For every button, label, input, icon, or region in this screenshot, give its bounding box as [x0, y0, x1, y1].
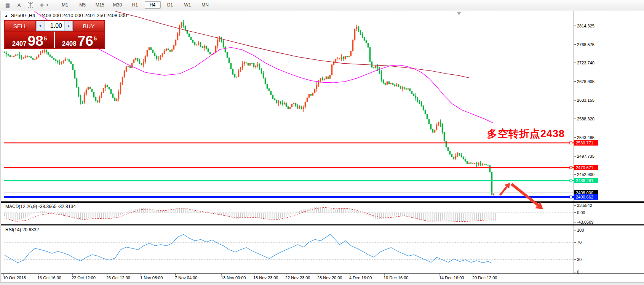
macd-scale-label: 0.00 [577, 210, 585, 215]
date-tick-label: 26 Oct 12:00 [106, 275, 130, 280]
timeframe-button-m30[interactable]: M30 [110, 1, 126, 9]
dropdown-caret-icon[interactable]: ▾ [46, 3, 48, 7]
rsi-scale-label: 100 [577, 228, 584, 232]
timeframe-button-d1[interactable]: D1 [162, 1, 178, 9]
date-tick-label: 16 Oct 16:00 [37, 275, 61, 280]
price-tick-label: 2723.740 [577, 61, 594, 65]
level-price-tag-2470.671: 2470.671 [574, 165, 598, 170]
svg-text:2470.671: 2470.671 [576, 165, 593, 170]
axis-labels: 2814.3252768.5752723.7402678.9052633.155… [3, 24, 594, 280]
buy-price[interactable]: 2408 76 5 [55, 32, 104, 48]
macd-scale-label: 33.5542 [577, 203, 592, 208]
hline-handle[interactable] [570, 179, 572, 182]
volume-decrease-button[interactable]: ▼ [37, 21, 45, 30]
rsi-scale-label: 70 [577, 240, 582, 245]
shapes-icon[interactable]: ❖ [37, 1, 47, 10]
buy-price-prefix: 2408 [62, 40, 77, 47]
date-tick-label: 20 Dec 12:00 [472, 275, 497, 280]
price-tick-label: 2814.325 [577, 24, 594, 28]
hline-2530.771[interactable] [4, 142, 574, 144]
timeframe-button-w1[interactable]: W1 [180, 1, 196, 9]
sell-button[interactable]: SELL [5, 21, 35, 31]
date-tick-label: 18 Nov 23:00 [253, 275, 278, 280]
volume-increase-button[interactable]: ▲ [64, 21, 72, 30]
rsi-scale-label: 0 [577, 270, 579, 274]
hline-2400.662[interactable] [4, 196, 574, 198]
date-tick-label: 13 Nov 00:00 [221, 275, 246, 280]
rsi-panel [4, 234, 574, 263]
date-tick-label: 10 Oct 2018 [3, 275, 26, 280]
timeframe-button-m15[interactable]: M15 [92, 1, 108, 9]
status-bar [0, 282, 644, 285]
indicator-f-icon[interactable]: ▦ [2, 1, 13, 10]
sell-price-prefix: 2407 [12, 40, 27, 47]
buy-button[interactable]: BUY [74, 21, 104, 31]
chart-canvas[interactable]: 2814.3252768.5752723.7402678.9052633.155… [1, 11, 644, 282]
macd-signal-line [4, 207, 494, 222]
ma-slow-darkred [115, 11, 469, 78]
hline-handle[interactable] [570, 196, 572, 198]
buy-price-sup: 5 [94, 35, 97, 42]
macd-label: MACD(12,26,9) -38.3665 -32.8134 [5, 204, 76, 209]
hline-handle[interactable] [570, 142, 572, 144]
toolbar: ▦ A T ❖ ▾ M1M5M15M30H1H4D1W1MN [0, 0, 644, 10]
timeframe-button-m1[interactable]: M1 [57, 1, 73, 9]
hline-handle[interactable] [570, 167, 572, 169]
date-tick-label: 14 Dec 16:00 [439, 275, 464, 280]
sell-price-sup: 5 [44, 35, 47, 42]
date-tick-label: 10 Dec 16:00 [384, 275, 408, 280]
svg-text:2400.662: 2400.662 [576, 195, 593, 199]
level-price-tag-2400.662: 2400.662 [574, 194, 598, 200]
svg-text:2438.491: 2438.491 [576, 178, 593, 183]
arrow-label-a-icon[interactable]: A [14, 1, 24, 10]
date-tick-label: 1 Nov 08:00 [140, 275, 163, 280]
macd-panel [4, 207, 574, 222]
rsi-scale-label: 30 [577, 257, 582, 262]
level-price-tag-2438.491: 2438.491 [574, 178, 598, 183]
timeframe-buttons: M1M5M15M30H1H4D1W1MN [57, 1, 213, 9]
date-tick-label: 4 Dec 16:00 [349, 275, 372, 280]
svg-text:2530.771: 2530.771 [576, 141, 593, 145]
price-tick-label: 2633.155 [577, 98, 594, 102]
price-tick-label: 2543.485 [577, 135, 594, 140]
sell-price-big: 98 [28, 35, 43, 47]
timeframe-button-h4[interactable]: H4 [145, 1, 161, 9]
hline-2438.491[interactable] [4, 179, 574, 182]
macd-scale-label: -43.0509 [577, 220, 593, 224]
rsi-value: 20.6332 [22, 227, 39, 232]
rsi-line [4, 234, 492, 263]
collapse-chart-arrow-icon[interactable]: ▲ [5, 14, 8, 18]
date-tick-label: 22 Oct 12:00 [72, 275, 96, 280]
rsi-label: RSI(14) 20.6332 [5, 227, 39, 232]
timeframe-button-mn[interactable]: MN [197, 1, 213, 9]
date-tick-label: 7 Nov 04:00 [175, 275, 197, 280]
price-tick-label: 2678.905 [577, 79, 594, 84]
price-tick-label: 2768.575 [577, 42, 594, 47]
price-tick-label: 2588.320 [577, 117, 594, 121]
timeframe-button-h1[interactable]: H1 [127, 1, 143, 9]
chart-window: 2814.3252768.5752723.7402678.9052633.155… [0, 11, 644, 282]
pivot-annotation-text[interactable]: 多空转折点2438 [487, 127, 565, 141]
volume-input[interactable]: 1.00 [45, 21, 64, 30]
date-tick-label: 22 Nov 23:00 [285, 275, 310, 280]
level-price-tag-2530.771: 2530.771 [574, 140, 598, 146]
timeframe-button-m5[interactable]: M5 [75, 1, 91, 9]
hline-2470.671[interactable] [4, 167, 574, 169]
chart-title: ▲ SP500-,H4 2403.000 2410.000 2401.250 2… [5, 13, 127, 18]
ohlc-readout: 2403.000 2410.000 2401.250 2408.000 [40, 13, 127, 18]
macd-values: -38.3665 -32.8134 [38, 204, 76, 209]
toolbar-divider [53, 1, 53, 9]
text-box-t-glyph: T [28, 2, 34, 8]
symbol-timeframe-label: SP500-,H4 [11, 13, 35, 18]
text-box-t-icon[interactable]: T [25, 1, 36, 10]
macd-name: MACD(12,26,9) [5, 204, 37, 209]
volume-stepper: ▼ 1.00 ▲ [36, 21, 73, 31]
autoscroll-marker-icon[interactable] [457, 12, 461, 15]
one-click-trade-panel: SELL ▼ 1.00 ▲ BUY 2407 98 5 2408 76 5 [4, 20, 105, 49]
buy-price-big: 76 [78, 35, 93, 47]
date-tick-label: 28 Nov 20:00 [317, 275, 342, 280]
sell-price[interactable]: 2407 98 5 [5, 32, 55, 48]
red-arrow[interactable] [500, 183, 510, 195]
price-tick-label: 2452.900 [577, 172, 594, 177]
rsi-name: RSI(14) [5, 227, 21, 232]
